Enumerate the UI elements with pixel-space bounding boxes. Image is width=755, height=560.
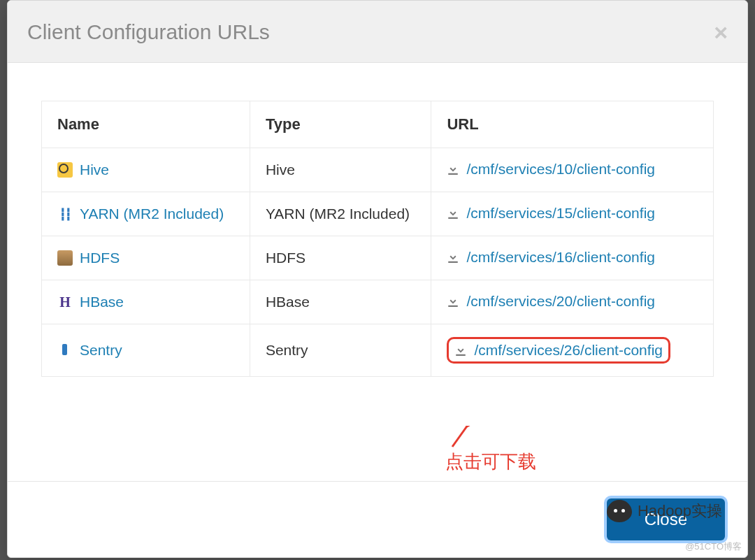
config-url-text: /cmf/services/16/client-config [466,249,655,266]
download-icon [454,344,467,357]
service-link[interactable]: Sentry [80,342,122,359]
modal-body: Name Type URL HiveHive/cmf/services/10/c… [8,63,747,481]
service-type: YARN (MR2 Included) [250,192,431,236]
table-row: ┇┇YARN (MR2 Included)YARN (MR2 Included)… [42,192,714,236]
watermark-corner: @51CTO博客 [685,540,742,553]
table-row: HHBaseHBase/cmf/services/20/client-confi… [42,280,714,324]
watermark-chat: Hadoop实操 [607,500,722,522]
hdfs-service-icon [57,250,73,266]
annotation-text: 点击可下载 [445,450,536,474]
col-type: Type [250,101,431,148]
table-row: HiveHive/cmf/services/10/client-config [42,148,714,192]
download-config-link[interactable]: /cmf/services/10/client-config [447,161,655,178]
table-row: SentrySentry/cmf/services/26/client-conf… [42,324,714,377]
service-link[interactable]: HBase [80,294,124,310]
config-url-text: /cmf/services/26/client-config [474,342,663,359]
download-config-link[interactable]: /cmf/services/26/client-config [454,342,663,359]
table-row: HDFSHDFS/cmf/services/16/client-config [42,236,714,280]
download-config-link[interactable]: /cmf/services/20/client-config [447,293,655,310]
service-link[interactable]: YARN (MR2 Included) [80,206,224,222]
service-type: HBase [250,280,431,324]
client-config-modal: Client Configuration URLs × Name Type UR… [7,0,748,558]
service-type: Hive [250,148,431,192]
download-config-link[interactable]: /cmf/services/16/client-config [447,249,655,266]
services-table: Name Type URL HiveHive/cmf/services/10/c… [41,101,714,377]
download-config-link[interactable]: /cmf/services/15/client-config [447,205,655,222]
config-url-text: /cmf/services/15/client-config [466,205,655,222]
download-icon [447,251,459,264]
chat-bubble-icon [607,500,632,522]
modal-header: Client Configuration URLs × [8,1,747,63]
col-name: Name [42,101,250,148]
config-url-text: /cmf/services/10/client-config [466,161,655,178]
annotation-highlight-box: /cmf/services/26/client-config [447,337,670,364]
download-icon [447,295,459,308]
hbase-service-icon: H [57,294,73,310]
hive-service-icon [57,162,73,178]
service-type: Sentry [250,324,431,377]
service-link[interactable]: Hive [80,161,109,178]
modal-title: Client Configuration URLs [27,20,270,44]
watermark-chat-text: Hadoop实操 [638,501,722,522]
service-link[interactable]: HDFS [80,250,120,266]
close-icon[interactable]: × [714,20,728,44]
download-icon [447,207,459,220]
service-type: HDFS [250,236,431,280]
yarn-service-icon: ┇┇ [57,206,73,222]
download-icon [447,163,459,175]
config-url-text: /cmf/services/20/client-config [466,293,655,310]
sentry-service-icon [57,343,73,358]
col-url: URL [431,101,714,148]
